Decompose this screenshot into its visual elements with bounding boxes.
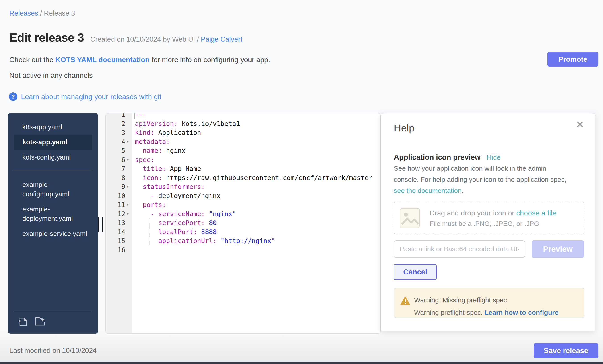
new-folder-icon[interactable] <box>34 315 46 327</box>
gutter-cell[interactable]: 11▾ <box>106 200 132 210</box>
gutter-cell[interactable]: 1 <box>106 113 132 119</box>
sidebar-file-item[interactable]: k8s-app.yaml <box>14 119 92 134</box>
line-number[interactable]: 5 <box>106 146 125 155</box>
choose-file-link[interactable]: choose a file <box>516 209 557 217</box>
code-token: name: <box>143 147 162 154</box>
gutter-cell[interactable]: 15 <box>106 236 132 245</box>
git-releases-link[interactable]: Learn about managing your releases with … <box>21 93 162 101</box>
code-token: deployment/nginx <box>158 192 220 199</box>
code-token: spec: <box>135 156 154 164</box>
gutter-cell[interactable]: 3 <box>106 128 132 137</box>
code-line[interactable]: 2apiVersion: kots.io/v1beta1 <box>106 119 381 128</box>
gutter-cell[interactable]: 12▾ <box>106 210 132 219</box>
code-token: App Name <box>166 165 201 172</box>
icon-url-input[interactable] <box>394 240 525 258</box>
line-number[interactable]: 2 <box>106 119 125 128</box>
code-token: nginx <box>162 147 186 154</box>
fold-arrow-icon[interactable]: ▾ <box>127 200 129 210</box>
code-line[interactable]: 12▾ - serviceName: "nginx" <box>106 210 381 219</box>
icon-dropzone[interactable]: Drag and drop your icon or choose a file… <box>394 202 584 234</box>
line-number[interactable]: 7 <box>106 164 125 173</box>
fold-arrow-icon[interactable]: ▾ <box>127 155 129 165</box>
new-file-icon[interactable] <box>17 315 28 327</box>
sidebar-file-item[interactable]: example-configmap.yaml <box>14 177 92 202</box>
sidebar-file-item[interactable]: example-service.yaml <box>14 226 92 241</box>
code-token: https://raw.githubusercontent.com/cncf/a… <box>162 174 372 182</box>
created-author-link[interactable]: Paige Calvert <box>201 35 243 43</box>
code-line[interactable]: 5 name: nginx <box>106 146 381 155</box>
line-number[interactable]: 15 <box>106 236 125 245</box>
sidebar-file-item[interactable]: example-deployment.yaml <box>14 202 92 226</box>
code-token <box>135 219 158 227</box>
line-number[interactable]: 16 <box>106 245 125 255</box>
save-release-button[interactable]: Save release <box>534 343 598 358</box>
gutter-cell[interactable]: 2 <box>106 119 132 128</box>
line-number[interactable]: 8 <box>106 173 125 182</box>
gutter-cell[interactable]: 7 <box>106 164 132 173</box>
gutter-cell[interactable]: 10 <box>106 191 132 200</box>
line-number[interactable]: 13 <box>106 218 125 227</box>
code-token: "nginx" <box>205 210 236 218</box>
description-period: . <box>462 187 464 194</box>
code-line[interactable]: 14 localPort: 8888 <box>106 227 381 237</box>
breadcrumb-releases-link[interactable]: Releases <box>9 9 38 17</box>
image-placeholder-icon <box>400 208 420 228</box>
code-line[interactable]: 13 servicePort: 80 <box>106 218 381 227</box>
cancel-button[interactable]: Cancel <box>394 264 437 280</box>
code-line[interactable]: 10 - deployment/nginx <box>106 191 381 200</box>
line-number[interactable]: 4 <box>106 137 125 146</box>
fold-arrow-icon[interactable]: ▾ <box>127 137 129 146</box>
code-line[interactable]: 6▾spec: <box>106 155 381 165</box>
kots-yaml-docs-link[interactable]: KOTS YAML documentation <box>55 56 150 64</box>
promote-button[interactable]: Promote <box>547 52 598 66</box>
see-documentation-link[interactable]: see the documentation <box>394 187 462 194</box>
close-icon[interactable]: ✕ <box>576 120 584 129</box>
yaml-editor[interactable]: 1---2apiVersion: kots.io/v1beta13kind: A… <box>105 113 381 334</box>
code-line[interactable]: 9▾ statusInformers: <box>106 182 381 191</box>
gutter-cell[interactable]: 9▾ <box>106 182 132 191</box>
sidebar-resize-handle[interactable] <box>98 217 105 232</box>
warning-detail: Warning preflight-spec. Learn how to con… <box>414 309 558 316</box>
code-text: - serviceName: "nginx" <box>132 210 236 219</box>
code-line[interactable]: 4▾metadata: <box>106 137 381 146</box>
fold-arrow-icon[interactable]: ▾ <box>127 182 129 191</box>
line-number[interactable]: 9 <box>106 182 125 191</box>
line-number[interactable]: 11 <box>106 200 125 210</box>
code-token: --- <box>135 113 147 118</box>
dropzone-line1: Drag and drop your icon or <box>429 209 516 217</box>
gutter-cell[interactable]: 6▾ <box>106 155 132 165</box>
git-help-row[interactable]: ? Learn about managing your releases wit… <box>9 92 162 101</box>
code-line[interactable]: 1--- <box>106 113 381 119</box>
hide-link[interactable]: Hide <box>487 154 501 161</box>
fold-arrow-icon[interactable]: ▾ <box>127 210 129 219</box>
title-row: Edit release 3 Created on 10/10/2024 by … <box>9 31 243 44</box>
code-token: - <box>151 192 158 199</box>
code-line[interactable]: 15 applicationUrl: "http://nginx" <box>106 236 381 245</box>
line-number[interactable]: 12 <box>106 210 125 219</box>
sidebar-file-item[interactable]: kots-app.yaml <box>14 134 92 150</box>
gutter-cell[interactable]: 5 <box>106 146 132 155</box>
code-line[interactable]: 3kind: Application <box>106 128 381 137</box>
code-rows: 1---2apiVersion: kots.io/v1beta13kind: A… <box>106 113 381 254</box>
line-number[interactable]: 10 <box>106 191 125 200</box>
code-line[interactable]: 11▾ ports: <box>106 200 381 210</box>
code-line[interactable]: 16 <box>106 245 381 255</box>
warning-triangle-icon <box>400 296 410 305</box>
line-number[interactable]: 6 <box>106 155 125 165</box>
code-line[interactable]: 7 title: App Name <box>106 164 381 173</box>
code-line[interactable]: 8 icon: https://raw.githubusercontent.co… <box>106 173 381 182</box>
gutter-cell[interactable]: 14 <box>106 227 132 237</box>
line-number[interactable]: 3 <box>106 128 125 137</box>
line-number[interactable]: 1 <box>106 113 125 119</box>
icon-preview-title: Application icon preview <box>394 153 481 162</box>
preview-button[interactable]: Preview <box>532 240 584 258</box>
gutter-cell[interactable]: 16 <box>106 245 132 255</box>
icon-preview-section-header: Application icon preview Hide <box>394 153 500 162</box>
configure-preflight-link[interactable]: Learn how to configure <box>485 309 559 316</box>
page-title: Edit release 3 <box>9 31 84 44</box>
sidebar-file-item[interactable]: kots-config.yaml <box>14 150 92 165</box>
gutter-cell[interactable]: 13 <box>106 218 132 227</box>
gutter-cell[interactable]: 8 <box>106 173 132 182</box>
line-number[interactable]: 14 <box>106 227 125 237</box>
gutter-cell[interactable]: 4▾ <box>106 137 132 146</box>
